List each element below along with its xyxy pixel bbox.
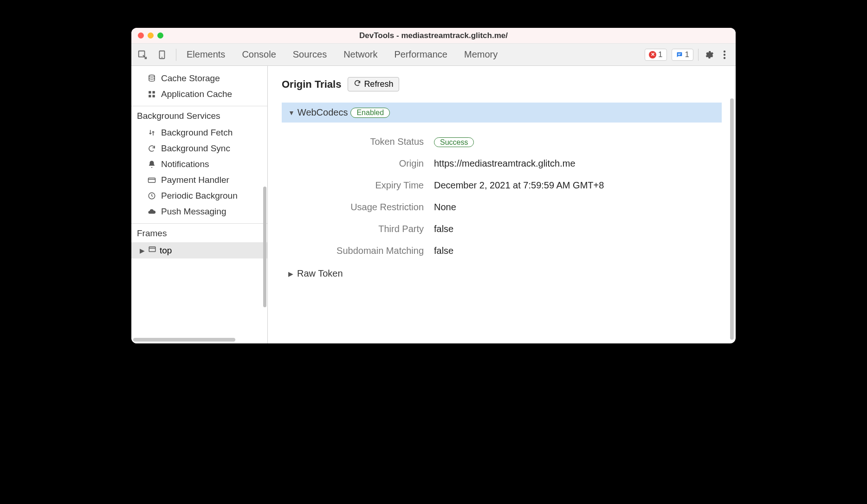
trial-details: Token Status Success Origin https://medi… [290, 131, 722, 262]
sidebar-item-label: Background Sync [161, 143, 230, 154]
maximize-button[interactable] [157, 32, 163, 39]
close-button[interactable] [138, 32, 144, 39]
detail-value: false [434, 224, 453, 234]
detail-label: Third Party [290, 224, 434, 234]
detail-row-token-status: Token Status Success [290, 131, 722, 153]
sidebar-item-label: Periodic Backgroun [161, 191, 238, 201]
database-icon [147, 74, 156, 83]
titlebar: DevTools - mediastreamtrack.glitch.me/ [131, 28, 736, 44]
devtools-window: DevTools - mediastreamtrack.glitch.me/ E… [131, 28, 736, 343]
minimize-button[interactable] [148, 32, 154, 39]
message-count: 1 [685, 50, 689, 59]
inspect-icon[interactable] [137, 49, 148, 60]
sidebar-item-payment-handler[interactable]: Payment Handler [131, 172, 267, 188]
svg-rect-13 [149, 178, 155, 183]
sidebar: Cache Storage Application Cache Backgrou… [131, 66, 268, 343]
toolbar-left [137, 49, 176, 61]
svg-rect-9 [149, 91, 151, 93]
tab-performance[interactable]: Performance [395, 49, 448, 60]
sidebar-item-label: Background Fetch [161, 128, 233, 138]
device-toggle-icon[interactable] [156, 49, 168, 60]
tab-memory[interactable]: Memory [464, 49, 498, 60]
tab-elements[interactable]: Elements [187, 49, 225, 60]
tab-network[interactable]: Network [343, 49, 377, 60]
sidebar-h-scrollbar[interactable] [133, 338, 235, 342]
detail-row-third-party: Third Party false [290, 218, 722, 240]
message-badge[interactable]: 1 [672, 49, 693, 61]
refresh-label: Refresh [364, 79, 393, 89]
transfer-icon [147, 128, 156, 137]
svg-rect-12 [153, 95, 155, 97]
raw-token-row[interactable]: ▶ Raw Token [288, 268, 722, 279]
svg-point-6 [724, 53, 725, 55]
detail-label: Usage Restriction [290, 202, 434, 213]
sidebar-item-background-sync[interactable]: Background Sync [131, 141, 267, 156]
sidebar-section-frames: Frames [131, 223, 267, 242]
sidebar-item-label: Notifications [161, 159, 209, 169]
svg-rect-4 [678, 54, 680, 55]
message-icon [676, 51, 683, 58]
sidebar-scrollbar[interactable] [263, 187, 266, 307]
more-icon[interactable] [719, 49, 730, 60]
enabled-pill: Enabled [350, 108, 390, 118]
expand-icon: ▶ [140, 247, 145, 254]
detail-value: December 2, 2021 at 7:59:59 AM GMT+8 [434, 180, 604, 191]
content-header: Origin Trials Refresh [282, 77, 722, 91]
svg-point-8 [149, 75, 155, 78]
detail-label: Token Status [290, 136, 434, 147]
success-pill: Success [434, 137, 474, 147]
svg-rect-3 [678, 53, 681, 54]
detail-value: None [434, 202, 456, 213]
error-badge[interactable]: ✕ 1 [645, 49, 666, 61]
refresh-icon [354, 79, 361, 89]
trial-name: WebCodecs [298, 107, 348, 118]
tab-sources[interactable]: Sources [293, 49, 327, 60]
sidebar-item-notifications[interactable]: Notifications [131, 156, 267, 172]
frame-icon [148, 245, 156, 256]
sidebar-item-label: Cache Storage [161, 73, 220, 84]
cloud-icon [147, 207, 156, 216]
clock-icon [147, 191, 156, 200]
collapse-icon: ▼ [288, 109, 295, 116]
devtools-tabs: Elements Console Sources Network Perform… [187, 49, 498, 60]
svg-rect-10 [153, 91, 155, 93]
bell-icon [147, 160, 156, 169]
frame-label: top [160, 246, 172, 256]
refresh-button[interactable]: Refresh [348, 77, 399, 91]
sidebar-item-push-messaging[interactable]: Push Messaging [131, 204, 267, 220]
detail-value: false [434, 246, 453, 256]
sidebar-item-label: Push Messaging [161, 207, 226, 217]
content-scrollbar[interactable] [730, 98, 734, 340]
sidebar-item-periodic-background[interactable]: Periodic Backgroun [131, 188, 267, 204]
sidebar-item-label: Payment Handler [161, 175, 229, 185]
sidebar-item-frame-top[interactable]: ▶ top [131, 242, 267, 258]
sync-icon [147, 144, 156, 153]
tab-console[interactable]: Console [242, 49, 276, 60]
toolbar-right: ✕ 1 1 [645, 49, 730, 61]
trial-row-webcodecs[interactable]: ▼ WebCodecs Enabled [282, 103, 722, 123]
detail-label: Subdomain Matching [290, 246, 434, 256]
settings-icon[interactable] [703, 49, 714, 60]
detail-row-subdomain: Subdomain Matching false [290, 240, 722, 262]
toolbar: Elements Console Sources Network Perform… [131, 44, 736, 66]
traffic-lights [138, 32, 163, 39]
svg-point-7 [724, 57, 725, 58]
body: Cache Storage Application Cache Backgrou… [131, 66, 736, 343]
svg-rect-16 [149, 247, 155, 252]
detail-value: https://mediastreamtrack.glitch.me [434, 158, 576, 169]
detail-row-origin: Origin https://mediastreamtrack.glitch.m… [290, 153, 722, 174]
sidebar-item-application-cache[interactable]: Application Cache [131, 86, 267, 102]
content-panel: Origin Trials Refresh ▼ WebCodecs Enable… [268, 66, 736, 343]
detail-label: Origin [290, 158, 434, 169]
sidebar-item-background-fetch[interactable]: Background Fetch [131, 125, 267, 141]
divider [176, 49, 176, 61]
error-icon: ✕ [649, 51, 656, 58]
divider [698, 49, 699, 61]
credit-card-icon [147, 175, 156, 185]
detail-value: Success [434, 136, 474, 147]
grid-icon [147, 90, 156, 99]
sidebar-item-label: Application Cache [161, 89, 232, 99]
sidebar-item-cache-storage[interactable]: Cache Storage [131, 71, 267, 86]
content-title: Origin Trials [282, 78, 341, 90]
detail-label: Expiry Time [290, 180, 434, 191]
